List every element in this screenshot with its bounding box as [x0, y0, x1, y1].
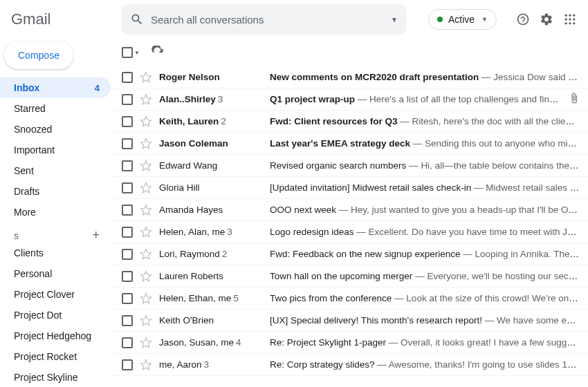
- row-checkbox[interactable]: [122, 293, 133, 304]
- sidebar-item-starred[interactable]: Starred: [0, 98, 111, 119]
- sidebar-item-snoozed[interactable]: Snoozed: [0, 119, 111, 140]
- compose-button[interactable]: Compose: [4, 41, 73, 69]
- star-icon[interactable]: [140, 337, 152, 349]
- sidebar-label-project-skyline[interactable]: Project Skyline: [0, 367, 111, 387]
- star-icon[interactable]: [140, 160, 152, 172]
- row-checkbox[interactable]: [122, 227, 133, 238]
- thread-subject-line: Revised organic search numbers — Hi, all…: [270, 160, 580, 171]
- separator: —: [406, 160, 421, 171]
- sidebar-item-sent[interactable]: Sent: [0, 160, 111, 181]
- thread-snippet: Look at the size of this crowd! We're on…: [406, 293, 580, 303]
- settings-icon[interactable]: [540, 12, 553, 26]
- sidebar-item-inbox[interactable]: Inbox4: [0, 77, 111, 98]
- thread-row[interactable]: Alan..Shirley3Q1 project wrap-up — Here'…: [111, 88, 588, 111]
- add-label-icon[interactable]: +: [92, 228, 100, 243]
- row-checkbox[interactable]: [122, 205, 133, 216]
- refresh-icon[interactable]: [151, 46, 165, 59]
- thread-row[interactable]: Helen, Alan, me3Logo redesign ideas — Ex…: [111, 221, 588, 243]
- star-icon[interactable]: [140, 248, 152, 261]
- separator: —: [392, 293, 406, 303]
- star-icon[interactable]: [140, 93, 152, 106]
- thread-subject: Fwd: Client resources for Q3: [270, 116, 398, 126]
- star-icon[interactable]: [140, 204, 152, 216]
- thread-sender: Jason Coleman: [159, 138, 263, 149]
- row-checkbox[interactable]: [122, 160, 133, 171]
- thread-subject-line: Re: Project Skylight 1-pager — Overall, …: [270, 337, 580, 348]
- star-icon[interactable]: [140, 314, 152, 327]
- star-icon[interactable]: [140, 292, 152, 305]
- chevron-down-icon[interactable]: ▼: [134, 50, 140, 56]
- sidebar-label-project-rocket[interactable]: Project Rocket: [0, 346, 111, 367]
- sidebar-label-project-clover[interactable]: Project Clover: [0, 284, 111, 305]
- sidebar-label-project-hedgehog[interactable]: Project Hedgehog: [0, 325, 111, 346]
- row-checkbox[interactable]: [122, 72, 133, 83]
- star-icon[interactable]: [140, 138, 152, 150]
- help-icon[interactable]: [516, 12, 530, 26]
- sidebar-label-clients[interactable]: Clients: [0, 243, 111, 263]
- row-checkbox[interactable]: [122, 138, 133, 149]
- svg-point-4: [569, 18, 571, 20]
- thread-sender: Roger Nelson: [159, 72, 263, 82]
- thread-sender: Lori, Raymond2: [159, 249, 263, 259]
- search-options-dropdown-icon[interactable]: ▼: [391, 16, 398, 23]
- search-input[interactable]: [151, 14, 384, 26]
- thread-subject-line: Fwd: Feedback on the new signup experien…: [270, 249, 580, 259]
- svg-point-2: [573, 15, 575, 17]
- row-checkbox[interactable]: [122, 271, 133, 282]
- star-icon[interactable]: [140, 226, 152, 238]
- select-all[interactable]: ▼: [122, 47, 140, 58]
- row-checkbox[interactable]: [122, 182, 133, 194]
- star-icon[interactable]: [140, 71, 152, 84]
- thread-snippet: We have some exciting stuff to sh...: [497, 315, 580, 325]
- row-checkbox[interactable]: [122, 116, 133, 127]
- row-checkbox[interactable]: [122, 337, 133, 348]
- svg-point-8: [573, 22, 575, 24]
- separator: —: [412, 271, 427, 281]
- thread-sender: Jason, Susan, me4: [159, 337, 263, 348]
- toolbar: ▼: [111, 39, 588, 66]
- thread-row[interactable]: Keith O'Brien[UX] Special delivery! This…: [111, 310, 588, 332]
- sidebar-label-project-dot[interactable]: Project Dot: [0, 305, 111, 325]
- star-icon[interactable]: [140, 115, 152, 128]
- thread-subject: [UX] Special delivery! This month's rese…: [270, 315, 482, 325]
- row-checkbox[interactable]: [122, 315, 133, 326]
- thread-row[interactable]: Jason, Susan, me4Re: Project Skylight 1-…: [111, 332, 588, 354]
- apps-icon[interactable]: [563, 12, 577, 26]
- thread-row[interactable]: Edward WangRevised organic search number…: [111, 155, 588, 177]
- row-checkbox[interactable]: [122, 359, 133, 370]
- thread-row[interactable]: Lauren RobertsTown hall on the upcoming …: [111, 265, 588, 287]
- sidebar-item-drafts[interactable]: Drafts: [0, 181, 111, 202]
- labels-header: s: [14, 230, 19, 241]
- select-all-checkbox[interactable]: [122, 47, 133, 58]
- status-pill[interactable]: Active ▼: [428, 9, 497, 30]
- star-icon[interactable]: [140, 359, 152, 371]
- thread-row[interactable]: Keith, Lauren2Fwd: Client resources for …: [111, 111, 588, 133]
- sidebar-item-more[interactable]: More: [0, 202, 111, 223]
- thread-subject: Logo redesign ideas: [270, 227, 354, 237]
- star-icon[interactable]: [140, 182, 152, 194]
- thread-row[interactable]: Roger NelsonNew comments on MCR2020 draf…: [111, 66, 588, 88]
- search-bar[interactable]: ▼: [122, 4, 406, 35]
- thread-row[interactable]: Gloria Hill[Updated invitation] Midwest …: [111, 177, 588, 199]
- thread-subject-line: [UX] Special delivery! This month's rese…: [270, 315, 580, 325]
- thread-row[interactable]: me, Aaron3Re: Corp strategy slides? — Aw…: [111, 354, 588, 376]
- row-checkbox[interactable]: [122, 249, 133, 260]
- separator: —: [354, 227, 369, 237]
- chevron-down-icon: ▼: [481, 16, 488, 23]
- thread-snippet: Excellent. Do have you have time to meet…: [369, 227, 580, 237]
- sidebar-item-label: More: [14, 207, 36, 218]
- sidebar-item-important[interactable]: Important: [0, 140, 111, 160]
- thread-row[interactable]: Jason ColemanLast year's EMEA strategy d…: [111, 133, 588, 155]
- thread-subject-line: Fwd: Client resources for Q3 — Ritesh, h…: [270, 116, 580, 126]
- thread-row[interactable]: Amanda HayesOOO next week — Hey, just wa…: [111, 199, 588, 221]
- thread-subject-line: [Updated invitation] Midwest retail sale…: [270, 182, 580, 193]
- sidebar-item-label: Project Dot: [14, 310, 62, 321]
- star-icon[interactable]: [140, 270, 152, 283]
- thread-row[interactable]: Helen, Ethan, me5Two pics from the confe…: [111, 287, 588, 310]
- thread-count: 3: [227, 227, 232, 237]
- thread-row[interactable]: Lori, Raymond2Fwd: Feedback on the new s…: [111, 243, 588, 265]
- sidebar-label-personal[interactable]: Personal: [0, 263, 111, 284]
- thread-subject: Town hall on the upcoming merger: [270, 271, 412, 281]
- row-checkbox[interactable]: [122, 94, 133, 105]
- thread-subject-line: Logo redesign ideas — Excellent. Do have…: [270, 227, 580, 237]
